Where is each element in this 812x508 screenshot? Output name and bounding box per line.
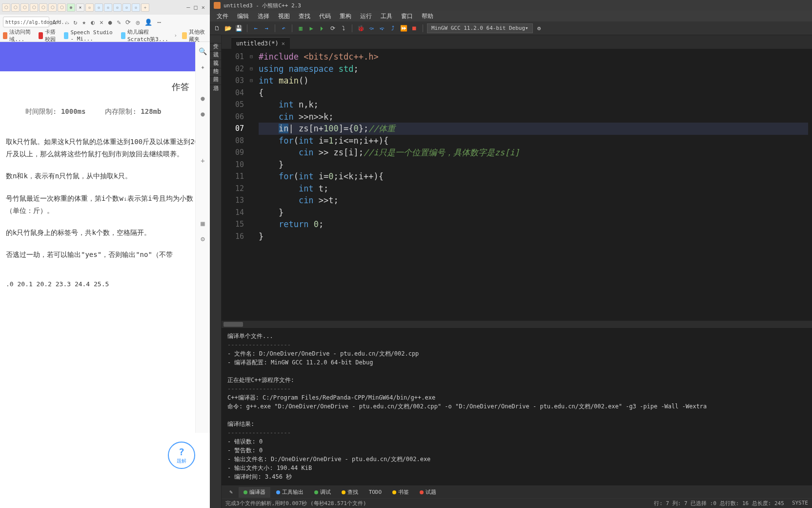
side-panel-tab[interactable]: 消息 bbox=[210, 77, 221, 85]
browser-tab[interactable]: ▫ bbox=[85, 3, 94, 12]
sidebar-icon[interactable]: 🔍 bbox=[199, 47, 207, 56]
open-file-icon[interactable]: 📂 bbox=[223, 24, 232, 33]
bottom-tab[interactable]: TODO bbox=[364, 487, 387, 498]
toolbar-icon[interactable]: ✕ bbox=[100, 19, 103, 26]
window-maximize[interactable]: □ bbox=[194, 4, 198, 11]
debug-icon[interactable]: 🐞 bbox=[356, 24, 365, 33]
horizontal-scrollbar[interactable] bbox=[222, 320, 812, 327]
step-icon[interactable]: ⤵ bbox=[339, 24, 348, 33]
sidebar-icon[interactable] bbox=[199, 78, 207, 87]
new-file-icon[interactable]: 🗋 bbox=[213, 24, 222, 33]
side-panel-tab[interactable]: 问题 bbox=[210, 68, 221, 77]
toolbar-icon[interactable]: ⟳ bbox=[125, 19, 131, 26]
browser-tab[interactable]: ▫ bbox=[122, 3, 131, 12]
toolbar-icon[interactable]: ✎ bbox=[117, 19, 121, 26]
stop-icon[interactable]: ⏹ bbox=[410, 24, 419, 33]
sidebar-icon[interactable]: ⚙ bbox=[199, 234, 207, 243]
bottom-tab[interactable]: 书签 bbox=[387, 487, 414, 498]
undo-icon[interactable]: ↶ bbox=[279, 24, 288, 33]
menu-item[interactable]: 代码 bbox=[315, 11, 335, 21]
address-input[interactable]: https://alg.tdogcod... bbox=[3, 17, 49, 27]
window-close[interactable]: ✕ bbox=[202, 4, 205, 11]
sidebar-icon[interactable]: ✦ bbox=[199, 63, 207, 71]
browser-tab[interactable]: ▫ bbox=[113, 3, 122, 12]
toolbar-icon[interactable]: ◎ bbox=[136, 19, 140, 26]
nav-fwd-icon[interactable]: → bbox=[262, 24, 271, 33]
sidebar-icon[interactable]: ▦ bbox=[199, 219, 207, 228]
code-content[interactable]: #include <bits/stdc++.h>using namespace … bbox=[255, 49, 812, 320]
nav-back-icon[interactable]: ← bbox=[251, 24, 260, 33]
toolbar-icon[interactable]: ↻ bbox=[73, 19, 77, 26]
bottom-tab[interactable]: 编译器 bbox=[239, 487, 270, 498]
step-over-icon[interactable]: ⤼ bbox=[367, 24, 376, 33]
sidebar-icon[interactable] bbox=[199, 125, 207, 134]
code-editor[interactable]: 01020304050607080910111213141516 ⊟⊟⊟ #in… bbox=[222, 49, 812, 320]
browser-tab[interactable]: ⬡ bbox=[2, 3, 10, 12]
toolbar-icon[interactable]: ● bbox=[108, 19, 112, 26]
menu-item[interactable]: 选择 bbox=[254, 11, 273, 21]
sidebar-icon[interactable] bbox=[199, 141, 207, 149]
step-into-icon[interactable]: ⤽ bbox=[378, 24, 386, 33]
compiler-combo[interactable]: MinGW GCC 11.2.0 64-bit Debug▾ bbox=[427, 23, 533, 33]
menu-item[interactable]: 窗口 bbox=[397, 11, 417, 21]
bottom-tab[interactable]: 查找 bbox=[337, 487, 363, 498]
sidebar-icon[interactable] bbox=[199, 172, 207, 181]
compile-run-icon[interactable]: ⏵ bbox=[318, 24, 326, 33]
save-icon[interactable]: 💾 bbox=[234, 24, 243, 33]
sidebar-icon[interactable]: ● bbox=[199, 109, 207, 118]
bottom-tab[interactable]: 调试 bbox=[309, 487, 336, 498]
toolbar-icon[interactable]: Aᴬ bbox=[52, 19, 60, 26]
bookmark-item[interactable]: 幼儿编程Scratch第3... bbox=[121, 28, 169, 43]
browser-tab[interactable]: ▫ bbox=[95, 3, 103, 12]
toolbar-icon[interactable]: ⋯ bbox=[157, 19, 161, 26]
bookmark-folder[interactable]: 其他收藏夹 bbox=[182, 28, 207, 43]
toolbar-icon[interactable]: 👤 bbox=[144, 19, 152, 26]
continue-icon[interactable]: ⏩ bbox=[399, 24, 408, 33]
sidebar-icon[interactable]: ● bbox=[199, 94, 207, 103]
browser-tab[interactable]: ▫ bbox=[104, 3, 112, 12]
sidebar-icon[interactable]: + bbox=[199, 156, 207, 165]
browser-tab[interactable]: ⬡ bbox=[20, 3, 29, 12]
fold-column[interactable]: ⊟⊟⊟ bbox=[248, 49, 255, 320]
browser-tab[interactable]: ⬡ bbox=[48, 3, 57, 12]
window-minimize[interactable]: — bbox=[186, 4, 190, 11]
menu-item[interactable]: 工具 bbox=[377, 11, 396, 21]
bookmark-item[interactable]: 卡搭校园 bbox=[39, 28, 59, 43]
browser-tab[interactable]: ⬡ bbox=[30, 3, 38, 12]
menu-item[interactable]: 查找 bbox=[295, 11, 314, 21]
menu-item[interactable]: 文件 bbox=[213, 11, 232, 21]
sidebar-icon[interactable] bbox=[199, 203, 207, 212]
rebuild-icon[interactable]: ⟳ bbox=[328, 24, 337, 33]
compile-icon[interactable]: ▦ bbox=[296, 24, 305, 33]
bottom-tab[interactable]: 工具输出 bbox=[271, 487, 308, 498]
output-text[interactable]: 编译单个文件... ------------------ - 文件名: D:/O… bbox=[222, 328, 812, 486]
menu-item[interactable]: 视图 bbox=[274, 11, 294, 21]
step-out-icon[interactable]: ⤴ bbox=[388, 24, 397, 33]
side-panel-tab[interactable]: 试题 bbox=[210, 43, 221, 52]
browser-tab[interactable]: ● bbox=[67, 3, 75, 12]
toolbar-icon[interactable]: ★ bbox=[82, 19, 86, 26]
bottom-tab[interactable]: ✎ bbox=[224, 487, 238, 498]
bottom-tab[interactable]: 试题 bbox=[415, 487, 441, 498]
browser-tab[interactable]: ⬡ bbox=[11, 3, 20, 12]
editor-tab[interactable]: untitled3(*) ✕ bbox=[231, 37, 290, 49]
run-icon[interactable]: ▶ bbox=[307, 24, 316, 33]
browser-tab[interactable]: ⬡ bbox=[58, 3, 66, 12]
side-panel-tab[interactable]: 结构 bbox=[210, 60, 221, 68]
toolbar-icon[interactable]: ☆ bbox=[65, 19, 69, 26]
hint-button[interactable]: ? 题解 bbox=[168, 442, 195, 469]
menu-item[interactable]: 运行 bbox=[356, 11, 376, 21]
browser-tab[interactable]: ▫ bbox=[132, 3, 140, 12]
tab-close-icon[interactable]: ✕ bbox=[282, 40, 285, 47]
side-panel-tab[interactable]: 文件 bbox=[210, 35, 221, 43]
browser-tab-new[interactable]: + bbox=[141, 3, 149, 12]
bookmark-item[interactable]: Speech Studio - Mi... bbox=[64, 28, 116, 43]
side-panel-tab[interactable]: 监视 bbox=[210, 52, 221, 60]
menu-item[interactable]: 重构 bbox=[336, 11, 355, 21]
toolbar-icon[interactable]: ◐ bbox=[91, 19, 95, 26]
bookmarks-overflow[interactable]: › bbox=[174, 32, 177, 39]
menu-item[interactable]: 帮助 bbox=[418, 11, 437, 21]
browser-tab-close[interactable]: ✕ bbox=[76, 3, 84, 12]
menu-item[interactable]: 编辑 bbox=[233, 11, 253, 21]
sidebar-icon[interactable] bbox=[199, 188, 207, 196]
